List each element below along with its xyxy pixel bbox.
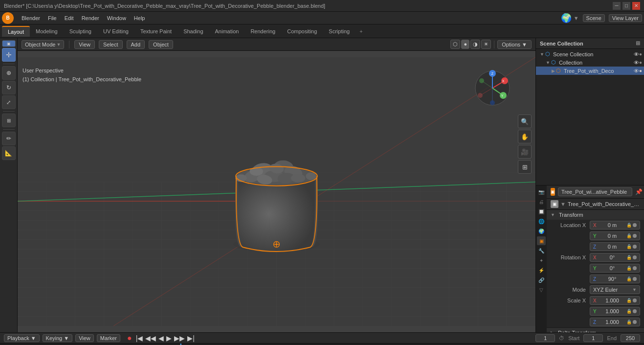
pan-btn[interactable]: ✋ (518, 130, 532, 143)
options-btn[interactable]: Options ▼ (497, 40, 532, 49)
menu-render[interactable]: Render (78, 14, 103, 22)
move-tool[interactable]: ⊕ (2, 66, 16, 80)
keyframe-dot-ry[interactable] (633, 266, 637, 270)
keyframe-dot[interactable] (633, 223, 637, 227)
annotate-tool[interactable]: ✏ (2, 132, 16, 145)
minimize-button[interactable]: ─ (613, 2, 621, 10)
tree-item-scene-collection[interactable]: ▼ ⬡ Scene Collection 👁 ● (536, 50, 644, 58)
tab-texture-paint[interactable]: Texture Paint (134, 26, 178, 36)
render-btn[interactable]: ☀ (481, 40, 491, 49)
select-menu[interactable]: Select (99, 40, 123, 49)
keyframe-dot-y[interactable] (633, 234, 637, 238)
view-layer-badge[interactable]: View Layer (609, 14, 642, 22)
keyframe-dot-rz[interactable] (633, 277, 637, 281)
close-button[interactable]: ✕ (632, 2, 640, 10)
scale-x-field[interactable]: X 1.000 🔒 (590, 296, 640, 305)
modifiers-props-tab[interactable]: 🔧 (537, 246, 546, 255)
rotate-tool[interactable]: ↻ (2, 81, 16, 94)
render-icon-2[interactable]: ● (639, 60, 642, 65)
visibility-icon-3[interactable]: 👁 (634, 68, 639, 74)
add-workspace-button[interactable]: + (355, 26, 366, 36)
menu-window[interactable]: Window (103, 14, 130, 22)
transform-section-header[interactable]: ▼ Transform (547, 210, 644, 220)
mode-dropdown[interactable]: Object Mode ▼ (22, 40, 64, 49)
scene-props-tab[interactable]: 🌐 (537, 217, 546, 226)
scene-badge[interactable]: Scene (583, 14, 605, 22)
lock-icon-rz[interactable]: 🔒 (626, 276, 632, 281)
visibility-icon-2[interactable]: 👁 (634, 60, 639, 66)
lock-icon-rx[interactable]: 🔒 (626, 255, 632, 260)
play-reverse-btn[interactable]: ◀ (157, 334, 165, 342)
keyframe-dot-sz[interactable] (633, 320, 637, 324)
view-layer-props-tab[interactable]: 🔲 (537, 207, 546, 216)
lock-icon-sx[interactable]: 🔒 (626, 298, 632, 303)
start-frame-field[interactable]: 1 (583, 334, 603, 342)
scale-z-field[interactable]: Z 1.000 🔒 (590, 318, 640, 326)
playback-dropdown[interactable]: Playback ▼ (4, 334, 40, 342)
end-frame-field[interactable]: 250 (621, 334, 640, 342)
keyframe-dot-sx[interactable] (633, 299, 637, 302)
location-y-field[interactable]: Y 0 m 🔒 (590, 231, 640, 240)
jump-start-btn[interactable]: |◀ (135, 334, 144, 342)
delta-transform-header[interactable]: ▶ Delta Transform (547, 328, 644, 332)
view-menu[interactable]: View (74, 40, 95, 49)
object-props-tab[interactable]: ▣ (537, 236, 546, 245)
tab-scripting[interactable]: Scripting (323, 26, 355, 36)
rotation-mode-field[interactable]: XYZ Euler ▼ (590, 285, 640, 294)
tab-sculpting[interactable]: Sculpting (64, 26, 97, 36)
pin-icon[interactable]: 📌 (635, 188, 643, 195)
keyframe-dot-sy[interactable] (633, 309, 637, 313)
lock-icon-sy[interactable]: 🔒 (626, 309, 632, 314)
marker-btn[interactable]: Marker (97, 334, 120, 342)
world-props-tab[interactable]: 🌍 (537, 227, 546, 235)
data-props-tab[interactable]: ▽ (537, 285, 546, 294)
current-frame-field[interactable]: 1 (535, 334, 555, 342)
view-btn[interactable]: View (75, 334, 94, 342)
tab-rendering[interactable]: Rendering (244, 26, 281, 36)
solid-btn[interactable]: ● (461, 40, 469, 49)
tab-uv-editing[interactable]: UV Editing (97, 26, 134, 36)
material-btn[interactable]: ◑ (470, 40, 480, 49)
tree-item-collection[interactable]: ▼ ⬡ Collection 👁 ● (536, 58, 644, 67)
ortho-btn[interactable]: ⊞ (518, 160, 532, 174)
keyframe-dot-z[interactable] (633, 245, 637, 249)
filter-icon[interactable]: ⊞ (636, 40, 640, 46)
tab-layout[interactable]: Layout (2, 26, 30, 37)
tab-modeling[interactable]: Modeling (30, 26, 64, 36)
tab-shading[interactable]: Shading (178, 26, 209, 36)
datablock-dropdown[interactable]: ▼ (560, 201, 566, 207)
step-back-btn[interactable]: ◀◀ (144, 334, 157, 342)
play-btn[interactable]: ▶ (165, 334, 173, 342)
viewport[interactable]: Object Mode ▼ View Select Add Object ⬡ ●… (18, 38, 535, 332)
lock-icon-ry[interactable]: 🔒 (626, 266, 632, 271)
render-icon-3[interactable]: ● (639, 68, 642, 73)
object-menu[interactable]: Object (149, 40, 173, 49)
keyframe-dot-rx[interactable] (633, 255, 637, 259)
physics-props-tab[interactable]: ⚡ (537, 266, 546, 275)
scale-tool[interactable]: ⤢ (2, 95, 16, 109)
cursor-tool[interactable]: ✛ (2, 48, 16, 62)
navigation-widget[interactable]: X Y Z (473, 69, 512, 108)
keying-dropdown[interactable]: Keying ▼ (43, 334, 73, 342)
visibility-icon[interactable]: 👁 (634, 51, 639, 57)
lock-icon-z[interactable]: 🔒 (626, 244, 632, 249)
tree-item-treepot[interactable]: ▶ ⬡ Tree_Pot_with_Deco 👁 ● (536, 67, 644, 75)
render-props-tab[interactable]: 📷 (537, 187, 546, 196)
scale-y-field[interactable]: Y 1.000 🔒 (590, 307, 640, 316)
jump-end-btn[interactable]: ▶| (186, 334, 196, 342)
menu-help[interactable]: Help (130, 14, 149, 22)
rotation-x-field[interactable]: X 0° 🔒 (590, 253, 640, 262)
wireframe-btn[interactable]: ⬡ (450, 40, 460, 49)
lock-icon-y[interactable]: 🔒 (626, 233, 632, 238)
location-z-field[interactable]: Z 0 m 🔒 (590, 242, 640, 251)
menu-blender[interactable]: Blender (18, 14, 44, 22)
lock-icon[interactable]: 🔒 (626, 223, 632, 228)
particles-props-tab[interactable]: ✦ (537, 256, 546, 265)
3d-viewport-scene[interactable]: User Perspective (1) Collection | Tree_P… (18, 51, 535, 332)
output-props-tab[interactable]: 🖨 (537, 197, 546, 206)
add-menu[interactable]: Add (127, 40, 145, 49)
record-btn[interactable]: ● (127, 334, 132, 343)
transform-tool[interactable]: ⊞ (2, 114, 16, 127)
camera-btn[interactable]: 🎥 (518, 145, 532, 159)
rotation-y-field[interactable]: Y 0° 🔒 (590, 264, 640, 273)
